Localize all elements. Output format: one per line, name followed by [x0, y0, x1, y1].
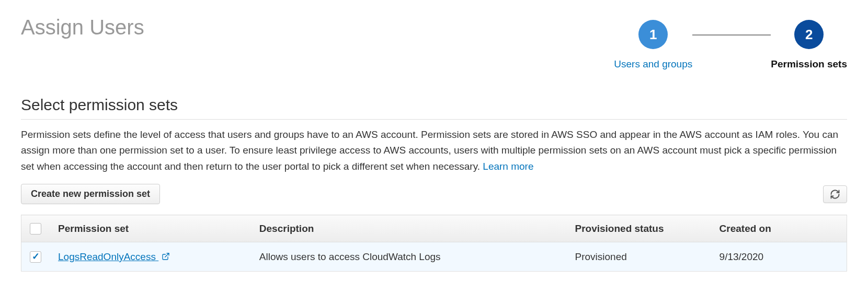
create-new-permission-set-button[interactable]: Create new permission set	[21, 184, 160, 204]
row-permission-set-name: LogsReadOnlyAccess	[50, 242, 251, 272]
column-created-on[interactable]: Created on	[711, 215, 847, 242]
toolbar: Create new permission set	[21, 184, 847, 204]
permission-set-link[interactable]: LogsReadOnlyAccess	[58, 251, 170, 262]
column-permission-set[interactable]: Permission set	[50, 215, 251, 242]
page-title: Assign Users	[21, 16, 144, 39]
select-all-checkbox[interactable]	[30, 223, 41, 234]
step-1-label: Users and groups	[614, 58, 692, 70]
step-2-circle: 2	[794, 20, 824, 49]
step-permission-sets[interactable]: 2 Permission sets	[771, 20, 847, 70]
permission-sets-table: Permission set Description Provisioned s…	[21, 215, 847, 272]
stepper: 1 Users and groups 2 Permission sets	[614, 20, 847, 70]
column-description[interactable]: Description	[251, 215, 567, 242]
select-all-header	[21, 215, 50, 242]
row-checkbox-cell	[21, 242, 50, 272]
external-link-icon	[162, 252, 170, 261]
section-title: Select permission sets	[21, 96, 847, 120]
permission-set-name-text: LogsReadOnlyAccess	[58, 251, 156, 262]
step-2-label: Permission sets	[771, 58, 847, 70]
row-created-on: 9/13/2020	[711, 242, 847, 272]
refresh-icon	[830, 189, 840, 200]
row-checkbox[interactable]	[30, 251, 41, 263]
step-1-circle: 1	[638, 20, 668, 49]
section-description: Permission sets define the level of acce…	[21, 127, 847, 174]
column-provisioned-status[interactable]: Provisioned status	[566, 215, 711, 242]
step-connector	[692, 34, 771, 36]
learn-more-link[interactable]: Learn more	[483, 161, 533, 172]
refresh-button[interactable]	[823, 185, 847, 203]
step-users-and-groups[interactable]: 1 Users and groups	[614, 20, 692, 70]
table-row[interactable]: LogsReadOnlyAccess Allows users to acces…	[21, 242, 847, 272]
table-header-row: Permission set Description Provisioned s…	[21, 215, 847, 242]
row-provisioned-status: Provisioned	[566, 242, 711, 272]
row-description: Allows users to access CloudWatch Logs	[251, 242, 567, 272]
svg-line-0	[165, 253, 169, 257]
description-text: Permission sets define the level of acce…	[21, 129, 838, 172]
